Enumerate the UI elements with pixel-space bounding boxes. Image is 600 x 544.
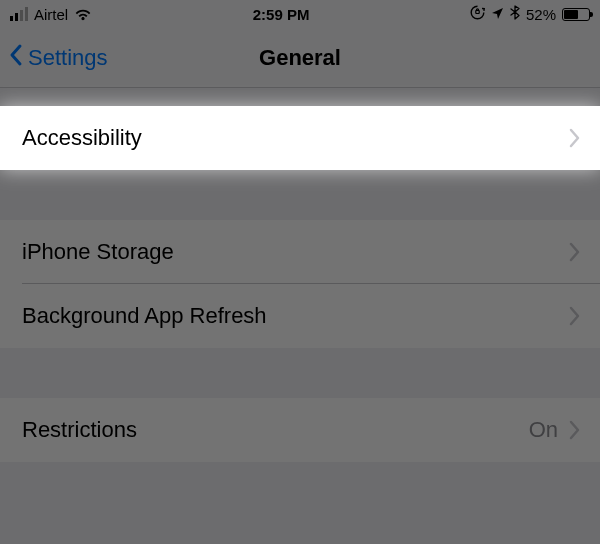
group-gap [0,348,600,398]
cell-signal-icon [10,7,28,21]
group-gap [0,462,600,522]
chevron-right-icon [568,242,580,262]
row-label: Background App Refresh [22,303,267,329]
chevron-right-icon [568,420,580,440]
row-label: iPhone Storage [22,239,174,265]
svg-rect-0 [476,11,479,14]
row-value: On [529,417,558,443]
group-gap [0,170,600,220]
content: Accessibility iPhone Storage Background … [0,88,600,522]
status-bar-time: 2:59 PM [253,6,310,23]
ios-settings-screen: Airtel 2:59 PM 52% Settings [0,0,600,544]
carrier-label: Airtel [34,6,68,23]
row-iphone-storage[interactable]: iPhone Storage [0,220,600,284]
row-label: Accessibility [22,125,142,151]
chevron-left-icon [8,43,24,73]
page-title: General [259,45,341,71]
status-bar-right: 52% [470,5,590,23]
chevron-right-icon [568,128,580,148]
row-restrictions[interactable]: Restrictions On [0,398,600,462]
status-bar: Airtel 2:59 PM 52% [0,0,600,28]
wifi-icon [74,8,92,21]
battery-icon [562,8,590,21]
bluetooth-icon [510,5,520,23]
battery-percent-label: 52% [526,6,556,23]
status-bar-left: Airtel [10,6,92,23]
row-label: Restrictions [22,417,137,443]
orientation-lock-icon [470,5,485,23]
nav-bar: Settings General [0,28,600,88]
location-icon [491,6,504,23]
back-button[interactable]: Settings [8,28,108,87]
group-gap [0,88,600,106]
row-accessibility[interactable]: Accessibility [0,106,600,170]
row-background-app-refresh[interactable]: Background App Refresh [0,284,600,348]
chevron-right-icon [568,306,580,326]
back-label: Settings [28,45,108,71]
